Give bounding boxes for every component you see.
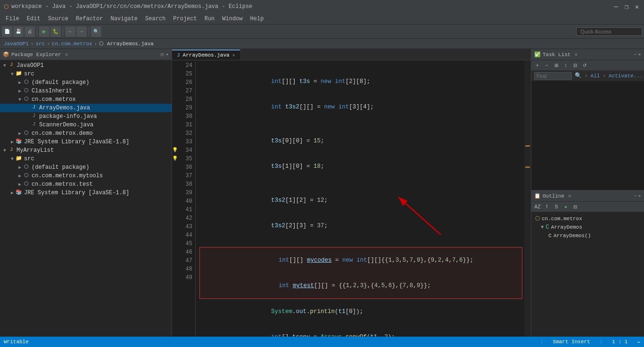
menu-file[interactable]: File <box>2 15 23 23</box>
tb-print[interactable]: 🖨 <box>25 26 35 37</box>
tree-item-src[interactable]: ▼ 📁 src <box>0 70 172 78</box>
label-default-pkg: (default package) <box>32 79 89 86</box>
ol-class-item[interactable]: ▼ C ArrayDemos <box>533 223 642 231</box>
ol-close-icon[interactable]: ✕ <box>568 193 571 199</box>
java-icon-arraydemos: J <box>30 104 38 112</box>
tree-item-classinherit[interactable]: ▶ ⬡ ClassInherit <box>0 87 172 95</box>
bc-project[interactable]: JavaOOP1 <box>4 41 29 47</box>
tl-filter-button[interactable]: ⊞ <box>552 61 561 70</box>
menu-refactor[interactable]: Refactor <box>72 15 107 23</box>
pe-controls: ⊟ ▾ <box>161 51 169 58</box>
tree-item-default-pkg[interactable]: ▶ ⬡ (default package) <box>0 78 172 87</box>
pkg-icon-default: ⬡ <box>23 79 30 86</box>
ol-sort-button[interactable]: AZ <box>533 203 542 211</box>
tb-search[interactable]: 🔍 <box>91 26 101 37</box>
menu-run[interactable]: Run <box>201 15 219 23</box>
project-icon-javaoop1: J <box>8 62 15 69</box>
tb-prev[interactable]: ← <box>65 26 75 37</box>
tree-item-arraydemos[interactable]: J ArrayDemos.java <box>0 104 172 112</box>
tl-remove-button[interactable]: − <box>543 61 551 70</box>
ol-hide-fields-button[interactable]: f <box>543 203 551 211</box>
code-line-33 <box>199 239 524 247</box>
tree-item-test[interactable]: ▶ ⬡ cn.com.metrox.test <box>0 180 172 189</box>
tl-sort-button[interactable]: ↕ <box>561 61 570 70</box>
tree-item-mytools[interactable]: ▶ ⬡ cn.com.metrox.mytools <box>0 172 172 180</box>
pe-close-icon[interactable]: ✕ <box>65 51 68 58</box>
ol-collapse-button[interactable]: ⊟ <box>571 203 579 211</box>
status-writable: Writable <box>4 339 29 345</box>
tb-new[interactable]: 📄 <box>2 26 12 37</box>
close-button[interactable]: ✕ <box>634 3 640 10</box>
editor-tab-arraydemos[interactable]: J ArrayDemos.java ✕ <box>172 50 240 60</box>
pkg-icon-classinherit: ⬡ <box>23 87 30 95</box>
tl-refresh-button[interactable]: ↺ <box>580 61 589 70</box>
ol-title-area: 📋 Outline ✕ <box>534 193 571 199</box>
bc-package[interactable]: cn.com.metrox <box>52 41 92 47</box>
tree-item-jre2[interactable]: ▶ 📚 JRE System Library [JavaSE-1.8] <box>0 189 172 197</box>
eclipse-icon: ⬡ <box>4 3 8 10</box>
tl-activate-link[interactable]: Activate... <box>609 73 643 79</box>
menu-search[interactable]: Search <box>141 15 169 23</box>
tree-item-scannerdemo[interactable]: J ScannerDemo.java <box>0 121 172 129</box>
pe-collapse-icon[interactable]: ⊟ <box>161 51 164 58</box>
tl-close-icon[interactable]: ✕ <box>574 51 578 58</box>
ol-min-icon[interactable]: — <box>634 193 637 199</box>
ol-method-item[interactable]: c ArrayDemos() <box>533 231 642 240</box>
tb-debug[interactable]: 🐛 <box>50 26 61 37</box>
ol-class-name: ArrayDemos <box>551 224 582 230</box>
code-line-25: int[][] t3s = new int[2][8]; <box>199 69 524 94</box>
minimize-button[interactable]: — <box>613 3 619 10</box>
tl-menu-icon[interactable]: ▾ <box>638 51 641 58</box>
menu-project[interactable]: Project <box>169 15 200 23</box>
code-line-26: int t3s2[][] = new int[3][4]; <box>199 94 524 120</box>
tree-item-myarraylist[interactable]: ▼ J MyArrayList <box>0 146 172 155</box>
maximize-button[interactable]: ❐ <box>623 3 630 10</box>
arrow-cncommetroxdemo: ▶ <box>17 131 23 136</box>
editor-scrollbar[interactable] <box>524 60 531 337</box>
tl-collapse-button[interactable]: ⊟ <box>571 61 579 70</box>
menu-edit[interactable]: Edit <box>23 15 44 23</box>
tree-item-javaoop1[interactable]: ▼ J JavaOOP1 <box>0 61 172 70</box>
tab-close-icon[interactable]: ✕ <box>232 52 235 58</box>
tree-item-default-pkg2[interactable]: ▶ ⬡ (default package) <box>0 163 172 172</box>
tree-item-jre1[interactable]: ▶ 📚 JRE System Library [JavaSE-1.8] <box>0 138 172 146</box>
bc-src[interactable]: src <box>35 41 45 47</box>
tree-item-cncommetroxdemo[interactable]: ▶ ⬡ cn.com.metrox.demo <box>0 129 172 138</box>
arrow-default-pkg2: ▶ <box>17 165 23 170</box>
status-more-icon[interactable]: ⋯ <box>637 339 640 345</box>
pe-menu-icon[interactable]: ▾ <box>165 51 169 58</box>
tb-run[interactable]: ▶ <box>39 26 50 37</box>
label-javaoop1: JavaOOP1 <box>17 62 44 69</box>
ol-menu-icon[interactable]: ▾ <box>638 193 641 199</box>
tb-save[interactable]: 💾 <box>13 26 24 37</box>
tree-item-cn-com-metrox[interactable]: ▼ ⬡ cn.com.metrox <box>0 95 172 104</box>
tb-next[interactable]: → <box>76 26 87 37</box>
tb-sep2 <box>63 27 63 36</box>
label-arraydemos: ArrayDemos.java <box>39 105 90 111</box>
gutter-bulb-35[interactable]: 💡 <box>172 155 181 163</box>
right-panel: ✅ Task List ✕ — ▾ + − ⊞ ↕ ⊟ ↺ 🔍 <box>531 49 644 337</box>
ol-sync-button[interactable]: ● <box>561 203 570 211</box>
menu-window[interactable]: Window <box>218 15 246 23</box>
scroll-marker-1 <box>525 145 530 147</box>
ol-hide-static-button[interactable]: S <box>552 203 561 211</box>
tl-find-input[interactable] <box>534 72 572 80</box>
pkg-icon-test: ⬡ <box>23 181 30 188</box>
bc-sep2: › <box>47 41 50 47</box>
ol-title: Outline <box>543 193 564 199</box>
status-position: 1 : 1 <box>612 339 627 345</box>
tree-item-packageinfo[interactable]: J package-info.java <box>0 112 172 121</box>
code-content[interactable]: int[][] t3s = new int[2][8]; int t3s2[][… <box>196 60 524 337</box>
label-src: src <box>24 71 34 77</box>
menu-help[interactable]: Help <box>247 15 268 23</box>
tl-min-icon[interactable]: — <box>634 51 637 58</box>
tl-all-link[interactable]: All <box>591 73 600 79</box>
quick-access-input[interactable] <box>576 27 642 36</box>
arrow-mytools: ▶ <box>17 173 23 179</box>
gutter-bulb-34[interactable]: 💡 <box>172 146 181 155</box>
menu-source[interactable]: Source <box>44 15 72 23</box>
tl-add-button[interactable]: + <box>533 61 542 70</box>
menu-navigate[interactable]: Navigate <box>107 15 141 23</box>
tree-item-src2[interactable]: ▼ 📁 src <box>0 155 172 163</box>
label-packageinfo: package-info.java <box>39 113 97 120</box>
